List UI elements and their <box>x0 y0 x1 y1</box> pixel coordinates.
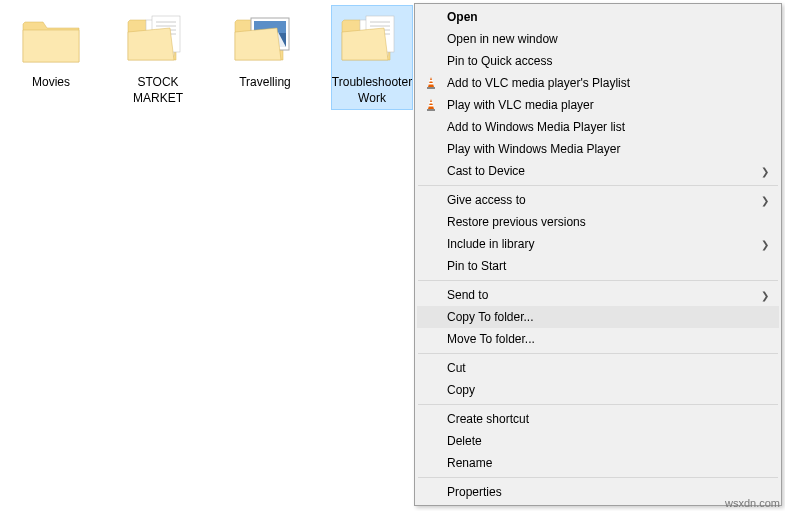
menu-item-label: Properties <box>447 485 502 499</box>
menu-item-label: Add to VLC media player's Playlist <box>447 76 630 90</box>
svg-rect-17 <box>429 80 433 82</box>
menu-item-label: Cut <box>447 361 466 375</box>
folder-icon <box>340 9 404 73</box>
menu-item-label: Copy <box>447 383 475 397</box>
menu-item[interactable]: Open in new window <box>417 28 779 50</box>
menu-item-label: Open in new window <box>447 32 558 46</box>
folder-icon <box>233 9 297 73</box>
watermark: wsxdn.com <box>725 497 780 509</box>
chevron-right-icon: ❯ <box>761 195 769 206</box>
menu-item[interactable]: Cast to Device❯ <box>417 160 779 182</box>
menu-item[interactable]: Delete <box>417 430 779 452</box>
chevron-right-icon: ❯ <box>761 166 769 177</box>
menu-item[interactable]: Rename <box>417 452 779 474</box>
folder-icon <box>126 9 190 73</box>
folder-item[interactable]: Troubleshooter Work <box>331 5 413 110</box>
chevron-right-icon: ❯ <box>761 239 769 250</box>
menu-item[interactable]: Give access to❯ <box>417 189 779 211</box>
menu-item-label: Delete <box>447 434 482 448</box>
menu-item[interactable]: Include in library❯ <box>417 233 779 255</box>
svg-rect-19 <box>427 87 435 89</box>
menu-separator <box>418 280 778 281</box>
menu-item-label: Pin to Start <box>447 259 506 273</box>
menu-item[interactable]: Pin to Quick access <box>417 50 779 72</box>
menu-item[interactable]: Add to Windows Media Player list <box>417 116 779 138</box>
menu-item-label: Give access to <box>447 193 526 207</box>
menu-item-label: Play with Windows Media Player <box>447 142 620 156</box>
svg-marker-20 <box>428 99 434 109</box>
menu-separator <box>418 477 778 478</box>
menu-item-label: Play with VLC media player <box>447 98 594 112</box>
folder-item[interactable]: Movies <box>10 5 92 110</box>
menu-item-label: Move To folder... <box>447 332 535 346</box>
context-menu: OpenOpen in new windowPin to Quick acces… <box>414 3 782 506</box>
menu-item-label: Pin to Quick access <box>447 54 552 68</box>
svg-marker-16 <box>428 77 434 87</box>
folder-label: STOCK MARKET <box>119 75 197 106</box>
vlc-icon <box>423 97 439 113</box>
svg-rect-22 <box>429 105 434 107</box>
folder-item[interactable]: Travelling <box>224 5 306 110</box>
folder-label: Travelling <box>239 75 291 91</box>
folder-label: Movies <box>32 75 70 91</box>
menu-separator <box>418 185 778 186</box>
svg-rect-21 <box>429 102 433 104</box>
folder-item[interactable]: STOCK MARKET <box>117 5 199 110</box>
menu-item[interactable]: Play with VLC media player <box>417 94 779 116</box>
menu-item-label: Copy To folder... <box>447 310 534 324</box>
menu-item-label: Send to <box>447 288 488 302</box>
menu-item[interactable]: Play with Windows Media Player <box>417 138 779 160</box>
svg-rect-23 <box>427 109 435 111</box>
menu-item[interactable]: Copy <box>417 379 779 401</box>
menu-item-label: Create shortcut <box>447 412 529 426</box>
menu-separator <box>418 404 778 405</box>
menu-item-label: Cast to Device <box>447 164 525 178</box>
menu-item[interactable]: Add to VLC media player's Playlist <box>417 72 779 94</box>
menu-item[interactable]: Send to❯ <box>417 284 779 306</box>
menu-item[interactable]: Pin to Start <box>417 255 779 277</box>
menu-item-label: Add to Windows Media Player list <box>447 120 625 134</box>
menu-item-label: Restore previous versions <box>447 215 586 229</box>
menu-item[interactable]: Cut <box>417 357 779 379</box>
menu-item[interactable]: Move To folder... <box>417 328 779 350</box>
menu-item[interactable]: Copy To folder... <box>417 306 779 328</box>
menu-item-label: Rename <box>447 456 492 470</box>
folder-label: Troubleshooter Work <box>332 75 412 106</box>
chevron-right-icon: ❯ <box>761 290 769 301</box>
svg-rect-18 <box>429 83 434 85</box>
menu-item[interactable]: Create shortcut <box>417 408 779 430</box>
menu-item-label: Open <box>447 10 478 24</box>
menu-separator <box>418 353 778 354</box>
menu-item[interactable]: Open <box>417 6 779 28</box>
folder-icon <box>19 9 83 73</box>
vlc-icon <box>423 75 439 91</box>
menu-item-label: Include in library <box>447 237 534 251</box>
menu-item[interactable]: Restore previous versions <box>417 211 779 233</box>
